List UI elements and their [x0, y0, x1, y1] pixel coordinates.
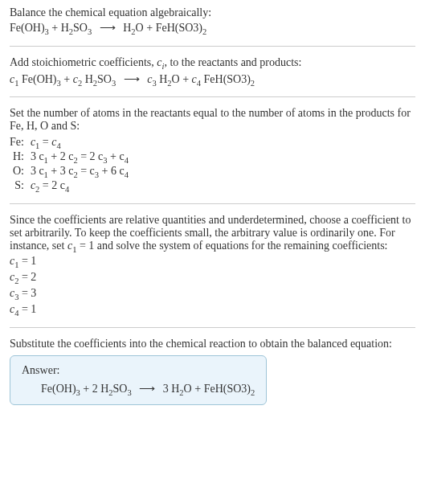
se-f3t: O	[172, 73, 180, 85]
atoms-row-h: H: 3 c1 + 2 c2 = 2 c3 + c4	[10, 150, 129, 165]
stoich-intro-tail: , to the reactants and products:	[164, 56, 301, 68]
arrow: ⟶	[95, 22, 121, 34]
el-h: H:	[10, 150, 31, 165]
ue-l2f: H	[61, 22, 69, 34]
eq-fe: c1 = c4	[31, 136, 129, 150]
plus: +	[83, 383, 92, 395]
divider	[10, 46, 415, 47]
se-f2t: SO	[97, 73, 112, 85]
ue-r1f: H	[123, 22, 131, 34]
el-fe: Fe:	[10, 136, 31, 150]
se-f2: H	[85, 73, 93, 85]
se-c1s: 1	[14, 78, 18, 87]
se-f1s: 3	[57, 78, 61, 87]
underdet-section: Since the coefficients are relative quan…	[10, 214, 415, 318]
plus: +	[51, 22, 60, 34]
eq-o: 3 c1 + 3 c2 = c3 + 6 c4	[31, 165, 129, 179]
se-arrow: ⟶	[119, 73, 145, 85]
ue-r2f: FeH(SO3)	[156, 22, 202, 34]
unbalanced-equation: Fe(OH)3 + H2SO3 ⟶ H2O + FeH(SO3)2	[10, 21, 415, 36]
title-section: Balance the chemical equation algebraica…	[10, 6, 415, 36]
se-c3s: 3	[152, 78, 156, 87]
se-f4: FeH(SO3)	[204, 73, 251, 85]
se-f4s: 2	[251, 78, 255, 87]
balanced-equation: Fe(OH)3 + 2 H2SO3 ⟶ 3 H2O + FeH(SO3)2	[22, 382, 255, 397]
eq-s: c2 = 2 c4	[31, 179, 129, 194]
ue-l2t: SO	[73, 22, 88, 34]
sol-3: c3 = 3	[10, 287, 415, 301]
divider	[10, 327, 415, 328]
title: Balance the chemical equation algebraica…	[10, 6, 415, 19]
atoms-section: Set the number of atoms in the reactants…	[10, 107, 415, 193]
plus: +	[146, 22, 155, 34]
se-c4s: 4	[197, 78, 201, 87]
atoms-row-s: S: c2 = 2 c4	[10, 179, 129, 194]
divider	[10, 96, 415, 97]
be-arrow: ⟶	[134, 383, 160, 395]
se-f3: H	[159, 73, 167, 85]
atoms-table: Fe: c1 = c4 H: 3 c1 + 2 c2 = 2 c3 + c4 O…	[10, 136, 129, 193]
sol-1: c1 = 1	[10, 255, 415, 269]
stoich-equation: c1 Fe(OH)3 + c2 H2SO3 ⟶ c3 H2O + c4 FeH(…	[10, 72, 415, 88]
plus: +	[194, 383, 203, 395]
eq-h: 3 c1 + 2 c2 = 2 c3 + c4	[31, 150, 129, 165]
atoms-intro: Set the number of atoms in the reactants…	[10, 107, 415, 133]
divider	[10, 203, 415, 204]
se-c2s: 2	[78, 78, 82, 87]
el-s: S:	[10, 179, 31, 194]
ue-l1s: 3	[45, 27, 49, 36]
substitute-text: Substitute the coefficients into the che…	[10, 338, 415, 350]
el-o: O:	[10, 165, 31, 179]
plus: +	[182, 73, 191, 85]
atoms-row-o: O: 3 c1 + 3 c2 = c3 + 6 c4	[10, 165, 129, 179]
underdet-text: Since the coefficients are relative quan…	[10, 214, 415, 254]
stoich-intro-t: Add stoichiometric coefficients,	[10, 56, 157, 68]
ue-l1f: Fe(OH)	[10, 22, 45, 34]
sol-4: c4 = 1	[10, 303, 415, 318]
se-f1: Fe(OH)	[22, 73, 57, 85]
stoich-intro: Add stoichiometric coefficients, ci, to …	[10, 56, 415, 71]
answer-box: Answer: Fe(OH)3 + 2 H2SO3 ⟶ 3 H2O + FeH(…	[10, 355, 267, 406]
substitute-section: Substitute the coefficients into the che…	[10, 338, 415, 406]
answer-label: Answer:	[22, 364, 255, 377]
stoich-section: Add stoichiometric coefficients, ci, to …	[10, 56, 415, 88]
se-f2ts: 3	[112, 78, 116, 87]
sol-2: c2 = 2	[10, 271, 415, 285]
ue-r2s: 2	[202, 27, 206, 36]
ue-r1t: O	[136, 22, 144, 34]
plus: +	[63, 73, 72, 85]
atoms-row-fe: Fe: c1 = c4	[10, 136, 129, 150]
ue-l2ts: 3	[88, 27, 92, 36]
